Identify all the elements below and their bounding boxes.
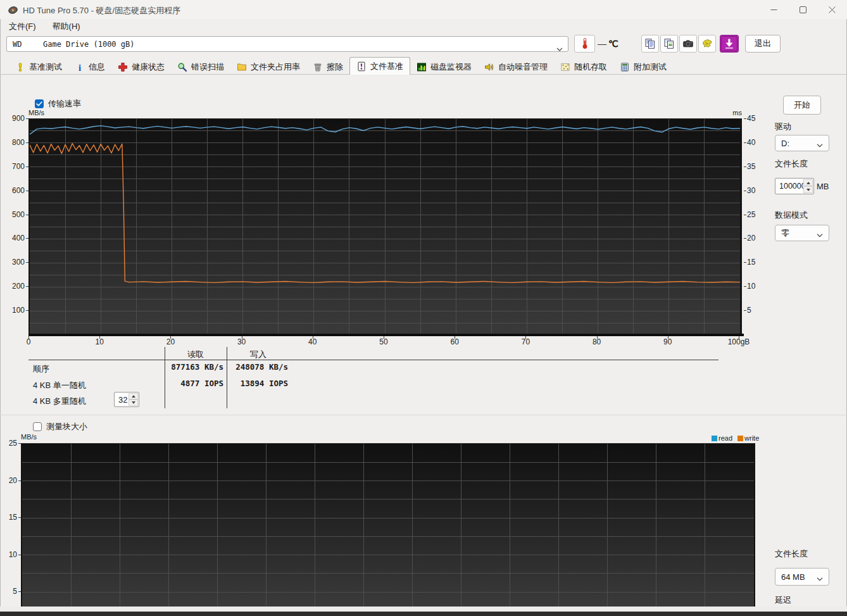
- tab-health[interactable]: 健康状态: [111, 59, 171, 75]
- drive-vendor: WD: [13, 40, 22, 49]
- screenshot-button[interactable]: [679, 35, 697, 53]
- temperature-button[interactable]: [574, 35, 595, 53]
- main-y-right-tick: 15: [747, 258, 766, 267]
- main-x-tick: 70: [506, 337, 544, 346]
- menu-file[interactable]: 文件(F): [6, 20, 39, 34]
- main-y-right-tick: 30: [747, 186, 766, 195]
- legend-label: write: [744, 434, 759, 442]
- main-chart-ylabel-left: MB/s: [28, 109, 44, 116]
- latency-label: 延迟: [775, 594, 791, 606]
- tab-label: 文件基准: [370, 61, 403, 72]
- update-button[interactable]: [720, 35, 739, 53]
- main-y-left-tick: 200: [0, 282, 25, 291]
- queue-depth-up-button[interactable]: [129, 393, 138, 399]
- copy-image-icon: [663, 38, 675, 49]
- menu-help[interactable]: 帮助(H): [50, 20, 83, 34]
- exit-button[interactable]: 退出: [745, 35, 781, 53]
- main-x-tick: 60: [436, 337, 474, 346]
- block-file-length-select[interactable]: 64 MB: [775, 568, 829, 586]
- main-y-left-tick: 500: [0, 210, 25, 219]
- close-button[interactable]: [817, 0, 846, 19]
- export-button[interactable]: [698, 35, 716, 53]
- 4k-single-write-value: 13894 IOPS: [215, 379, 288, 388]
- file-length-stepper[interactable]: 100000: [775, 178, 814, 194]
- file-length-unit: MB: [817, 182, 829, 191]
- error-scan-icon: [177, 62, 187, 72]
- transfer-rate-checkbox[interactable]: 传输速率: [35, 98, 81, 110]
- main-x-tick: 0: [9, 337, 47, 346]
- main-y-left-tick: 900: [0, 114, 25, 123]
- main-x-tick: 10: [80, 337, 118, 346]
- tab-extra-tests[interactable]: 附加测试: [613, 59, 673, 75]
- main-y-right-tick: 45: [747, 114, 766, 123]
- data-mode-value: 零: [781, 227, 789, 239]
- chevron-down-icon: [817, 229, 823, 240]
- main-y-left-tick: 800: [0, 138, 25, 147]
- block-y-tick: 10: [0, 550, 17, 559]
- tab-benchmark[interactable]: 基准测试: [9, 59, 68, 75]
- queue-depth-value: 32: [118, 395, 127, 405]
- block-file-length-value: 64 MB: [781, 572, 805, 582]
- legend-swatch-read: [712, 436, 717, 441]
- sequential-read-value: 877163 KB/s: [151, 362, 223, 372]
- tab-label: 磁盘监视器: [430, 61, 472, 73]
- benchmark-icon: [15, 62, 25, 72]
- target-drive-select[interactable]: D:: [775, 135, 829, 151]
- start-button[interactable]: 开始: [783, 96, 821, 115]
- taskbar-strip: [0, 612, 847, 616]
- extra-tests-icon: [620, 62, 630, 72]
- health-icon: [118, 62, 128, 72]
- tab-file-benchmark[interactable]: 文件基准: [349, 57, 410, 75]
- main-y-right-tick: 20: [747, 234, 766, 242]
- legend-swatch-write: [737, 436, 743, 441]
- queue-depth-down-button[interactable]: [129, 399, 138, 406]
- row-label-4k-multi: 4 KB 多重随机: [33, 396, 86, 407]
- temperature-value: —: [598, 39, 606, 49]
- block-size-checkbox[interactable]: 测量块大小: [33, 421, 87, 432]
- tab-folder-usage[interactable]: 文件夹占用率: [230, 59, 306, 75]
- menu-bar: 文件(F) 帮助(H): [0, 19, 847, 34]
- main-y-right-tick: 25: [747, 210, 766, 219]
- copy-text-button[interactable]: [641, 35, 659, 53]
- tab-label: 健康状态: [132, 61, 165, 73]
- maximize-button[interactable]: [788, 0, 817, 19]
- 4k-single-read-value: 4877 IOPS: [151, 379, 223, 388]
- main-y-left-tick: 400: [0, 234, 25, 242]
- target-drive-value: D:: [781, 139, 789, 148]
- window-bottom-edge: [0, 607, 847, 612]
- file-length-down-button[interactable]: [803, 186, 813, 193]
- main-y-left-tick: 100: [0, 306, 25, 315]
- tab-label: 附加测试: [634, 61, 667, 73]
- drive-name: Game Drive (1000 gB): [43, 40, 135, 49]
- export-icon: [701, 38, 713, 49]
- tab-aam[interactable]: 自动噪音管理: [478, 59, 554, 75]
- hd-tune-window: HD Tune Pro 5.70 - 硬盘/固态硬盘实用程序 文件(F) 帮助(…: [0, 0, 847, 616]
- file-benchmark-icon: [356, 61, 367, 72]
- tab-label: 随机存取: [574, 61, 607, 73]
- tab-erase[interactable]: 擦除: [306, 59, 349, 75]
- file-length-value: 100000: [779, 182, 806, 191]
- drive-select[interactable]: WD Game Drive (1000 gB): [6, 36, 568, 52]
- tab-label: 文件夹占用率: [251, 61, 300, 73]
- copy-image-button[interactable]: [660, 35, 678, 53]
- data-mode-select[interactable]: 零: [775, 225, 829, 241]
- tab-random-access[interactable]: 随机存取: [554, 59, 613, 75]
- camera-icon: [682, 38, 694, 49]
- tab-info[interactable]: i信息: [68, 59, 111, 75]
- queue-depth-stepper[interactable]: 32: [114, 392, 139, 407]
- folder-icon: [237, 62, 247, 72]
- block-y-tick: 5: [0, 587, 17, 596]
- data-mode-label: 数据模式: [775, 210, 808, 221]
- tab-error-scan[interactable]: 错误扫描: [171, 59, 230, 75]
- tab-label: 基准测试: [29, 61, 62, 73]
- drive-label: 驱动: [775, 121, 791, 132]
- tab-disk-monitor[interactable]: 磁盘监视器: [410, 59, 478, 75]
- legend-item-read: read: [712, 434, 732, 442]
- main-y-left-tick: 600: [0, 186, 25, 195]
- minimize-button[interactable]: [759, 0, 788, 19]
- section-divider: [0, 415, 847, 415]
- main-x-tick: 80: [578, 337, 616, 346]
- row-label-sequential: 顺序: [33, 363, 49, 375]
- file-length-up-button[interactable]: [803, 179, 813, 186]
- tab-label: 信息: [89, 61, 105, 73]
